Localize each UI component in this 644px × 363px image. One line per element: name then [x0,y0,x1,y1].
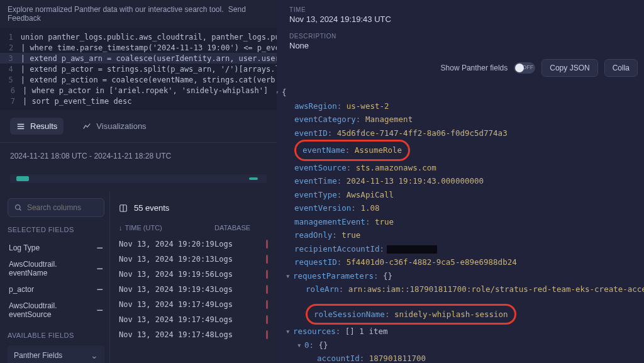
list-icon [16,122,25,131]
events-count: 55 events [134,203,169,213]
json-key-eventtype: eventType [294,190,337,199]
event-time: Nov 13, 2024 19:20:13 [119,255,214,264]
event-row[interactable]: Nov 13, 2024 19:20:19Logs [115,237,272,252]
event-severity-bar [266,255,268,264]
highlight-rolesessionname: roleSessionName: snidely-whiplash-sessio… [306,304,516,325]
json-key-idx0[interactable]: 0: [304,340,314,350]
tab-results[interactable]: Results [10,118,64,135]
selected-field-item[interactable]: p_actor− [8,281,104,298]
event-time: Nov 13, 2024 19:20:19 [119,240,214,249]
json-val-managementevent: true [375,217,394,226]
json-key-readonly: readOnly [294,230,332,240]
tab-results-label: Results [30,121,57,131]
events-table: 55 events ↓TIME (UTC) DATABASE Nov 13, 2… [110,192,277,363]
timeline-scrubber[interactable] [10,174,267,183]
event-database: Logs [214,330,262,339]
json-val-resources: [] 1 item [345,327,388,336]
field-name: p_actor [9,285,34,294]
tab-visualizations[interactable]: Visualizations [76,118,152,135]
code-line-1: union panther_logs.public.aws_cloudtrail… [21,33,277,42]
event-severity-bar [266,285,268,294]
event-row[interactable]: Nov 13, 2024 19:19:56Logs [115,267,272,282]
json-key-requestparameters[interactable]: requestParameters [293,271,374,281]
json-root-brace: { [282,87,287,97]
event-row[interactable]: Nov 13, 2024 19:17:48Logs [115,327,272,342]
event-row[interactable]: Nov 13, 2024 19:20:13Logs [115,252,272,267]
search-columns-box[interactable] [8,198,104,217]
json-val-eventid: 45d6fdce-7147-4ff2-8a06-f0d9c5d774a3 [337,128,508,138]
event-row[interactable]: Nov 13, 2024 19:17:49Logs [115,297,272,312]
json-val-eventcategory: Management [365,114,413,124]
event-severity-bar [266,300,268,309]
code-line-5: | extend p_action = coalesce(eventName, … [21,75,277,84]
selected-fields-header: SELECTED FIELDS [8,226,104,233]
chevron-down-icon: ⌄ [91,350,98,360]
json-val-readonly: true [341,230,360,240]
json-val-eventversion: 1.08 [360,203,379,213]
toggle-off-text: OFF [522,64,533,70]
json-key-eventtime: eventTime [294,176,337,186]
event-row[interactable]: Nov 13, 2024 19:19:43Logs [115,282,272,297]
json-val-awsregion: us-west-2 [347,101,389,111]
code-line-6: | where p_actor in ['ariel.ropek', 'snid… [23,86,268,95]
svg-line-4 [19,209,21,210]
field-group[interactable]: Panther Fields⌄ [8,345,104,363]
json-key-accountid: accountId [317,354,360,363]
event-database: Logs [214,315,262,324]
field-name: AwsCloudtrail.eventSource [9,301,57,319]
col-database[interactable]: DATABASE [214,224,268,232]
remove-field-icon[interactable]: − [96,308,103,313]
event-database: Logs [214,300,262,309]
chart-icon [82,122,91,131]
selected-field-item[interactable]: AwsCloudtrail.eventName− [8,256,104,281]
json-val-eventname: AssumeRole [355,145,402,155]
json-val-eventtime: 2024-11-13 19:19:43.000000000 [347,176,484,186]
columns-icon[interactable] [119,204,128,213]
copy-json-button[interactable]: Copy JSON [541,59,597,77]
selected-field-item[interactable]: Log Type− [8,240,104,256]
remove-field-icon[interactable]: − [96,266,103,272]
event-row[interactable]: Nov 13, 2024 19:17:49Logs [115,312,272,327]
json-key-rolesessionname: roleSessionName [314,310,385,319]
json-brace-idx0: {} [319,340,328,350]
json-key-eventname: eventName [303,145,345,155]
meta-time-label: TIME [289,6,631,13]
left-panel: Explore normalized Panther data with our… [0,0,277,363]
show-panther-fields-toggle[interactable]: OFF [514,62,535,74]
json-key-resources[interactable]: resources [293,327,336,336]
remove-field-icon[interactable]: − [96,287,103,293]
json-viewer[interactable]: ▾{ awsRegion: us-west-2 eventCategory: M… [277,82,644,363]
json-key-rolearn: roleArn [306,284,339,294]
json-key-eventversion: eventVersion [294,203,351,213]
collapse-button[interactable]: Colla [604,59,638,77]
field-name: AwsCloudtrail.eventName [9,260,57,277]
meta-time-value: Nov 13, 2024 19:19:43 UTC [289,14,631,24]
show-panther-fields-label: Show Panther fields [441,64,508,72]
query-editor[interactable]: 1union panther_logs.public.aws_cloudtrai… [0,28,277,110]
header-description: Explore normalized Panther data with our… [0,0,277,28]
selected-field-item[interactable]: AwsCloudtrail.eventSource− [8,298,104,323]
event-severity-bar [266,330,268,339]
time-range: 2024-11-21 18:08 UTC - 2024-11-21 18:28 … [0,143,277,169]
event-database: Logs [214,255,262,264]
event-database: Logs [214,285,262,294]
json-key-recipientaccountid: recipientAccountId [294,244,379,254]
json-key-eventid: eventID [294,128,328,138]
event-detail-panel: TIME Nov 13, 2024 19:19:43 UTC DESCRIPTI… [277,0,644,363]
meta-desc-value: None [289,41,631,50]
event-time: Nov 13, 2024 19:17:49 [119,315,214,324]
available-fields-header: AVAILABLE FIELDS [8,332,104,339]
json-key-requestid: requestID [294,257,337,267]
sort-down-icon[interactable]: ↓ [119,224,123,232]
header-text: Explore normalized Panther data with our… [8,5,224,14]
col-time[interactable]: TIME (UTC) [125,224,162,232]
highlight-eventname: eventName: AssumeRole [294,140,410,161]
code-line-7: | sort p_event_time desc [23,97,131,106]
search-columns-input[interactable] [27,203,97,212]
remove-field-icon[interactable]: − [96,245,103,251]
json-val-accountid: 187901811700 [369,354,426,363]
event-database: Logs [214,270,262,279]
code-line-2: | where time.parse_timestamp('2024-11-13… [21,43,277,52]
detail-toolbar: Show Panther fields OFF Copy JSON Colla [277,59,644,82]
json-key-eventcategory: eventCategory [294,114,356,124]
